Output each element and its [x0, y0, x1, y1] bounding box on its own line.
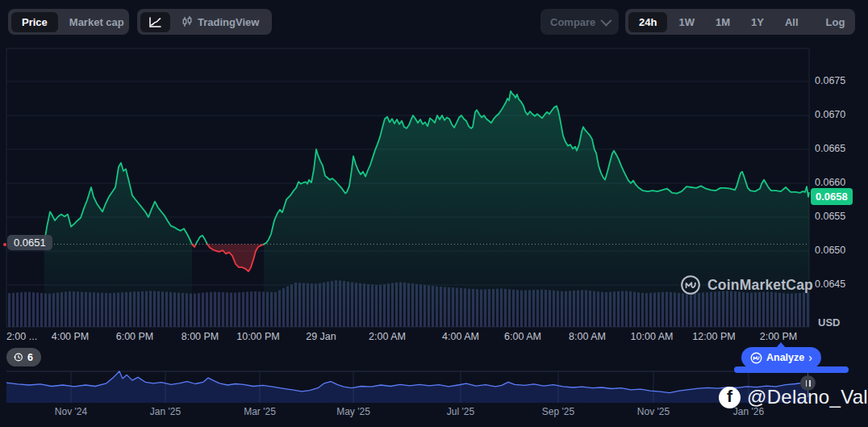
history-button[interactable]: 6: [6, 348, 41, 366]
coinmarketcap-logo-icon: [680, 274, 701, 295]
coinmarketcap-price-chart-page: { "toolbar": { "price_label": "Price", "…: [0, 0, 868, 427]
social-handle-label: @Delano_Valerie: [747, 386, 868, 408]
price-chart-canvas[interactable]: [0, 0, 868, 427]
cmc-watermark-label: CoinMarketCap: [707, 277, 813, 294]
cmc-watermark: CoinMarketCap: [680, 274, 813, 295]
analyze-button[interactable]: Analyze ›: [741, 347, 821, 368]
previous-close-label: 0.0651: [7, 235, 52, 250]
current-price-badge: 0.0658: [811, 188, 853, 205]
previous-close-dot: [3, 243, 6, 246]
facebook-icon: f: [719, 387, 741, 408]
analyze-label: Analyze: [766, 352, 804, 363]
history-clock-icon: [13, 352, 23, 362]
history-count: 6: [27, 352, 33, 363]
cmc-logo-icon: [750, 352, 762, 364]
chevron-right-icon: ›: [808, 351, 812, 364]
social-watermark: f @Delano_Valerie: [719, 386, 868, 408]
